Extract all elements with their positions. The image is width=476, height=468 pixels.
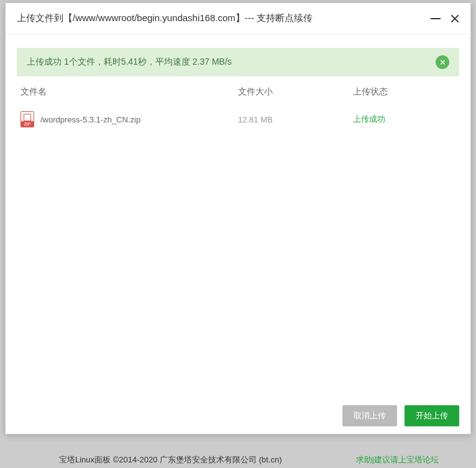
close-icon[interactable] bbox=[451, 14, 459, 23]
footer-forum-link[interactable]: 求助|建议请上宝塔论坛 bbox=[356, 454, 439, 466]
footer-copyright: 宝塔Linux面板 ©2014-2020 广东堡塔安全技术有限公司 (bt.cn… bbox=[59, 454, 282, 466]
header-filesize: 文件大小 bbox=[238, 86, 353, 98]
header-status: 上传状态 bbox=[353, 86, 455, 98]
dialog-title: 上传文件到【/www/wwwroot/begin.yundashi168.com… bbox=[17, 12, 313, 24]
zip-file-icon bbox=[21, 111, 34, 127]
titlebar-controls bbox=[431, 14, 459, 23]
file-status: 上传成功 bbox=[353, 114, 455, 125]
upload-dialog: 上传文件到【/www/wwwroot/begin.yundashi168.com… bbox=[5, 2, 471, 434]
success-message: 上传成功 1个文件，耗时5.41秒，平均速度 2.37 MB/s bbox=[27, 57, 232, 68]
file-name: /wordpress-5.3.1-zh_CN.zip bbox=[40, 115, 140, 124]
header-filename: 文件名 bbox=[21, 86, 238, 98]
table-header: 文件名 文件大小 上传状态 bbox=[6, 76, 470, 105]
file-name-cell: /wordpress-5.3.1-zh_CN.zip bbox=[21, 111, 238, 127]
banner-close-icon[interactable]: ✕ bbox=[436, 55, 449, 69]
dialog-titlebar: 上传文件到【/www/wwwroot/begin.yundashi168.com… bbox=[6, 3, 470, 34]
success-banner: 上传成功 1个文件，耗时5.41秒，平均速度 2.37 MB/s ✕ bbox=[17, 48, 459, 76]
minimize-icon[interactable] bbox=[431, 18, 441, 19]
table-row: /wordpress-5.3.1-zh_CN.zip 12.81 MB 上传成功 bbox=[6, 105, 470, 134]
cancel-button[interactable]: 取消上传 bbox=[342, 405, 397, 426]
file-size: 12.81 MB bbox=[238, 115, 353, 124]
dialog-footer: 取消上传 开始上传 bbox=[342, 405, 459, 426]
start-button[interactable]: 开始上传 bbox=[405, 405, 459, 426]
